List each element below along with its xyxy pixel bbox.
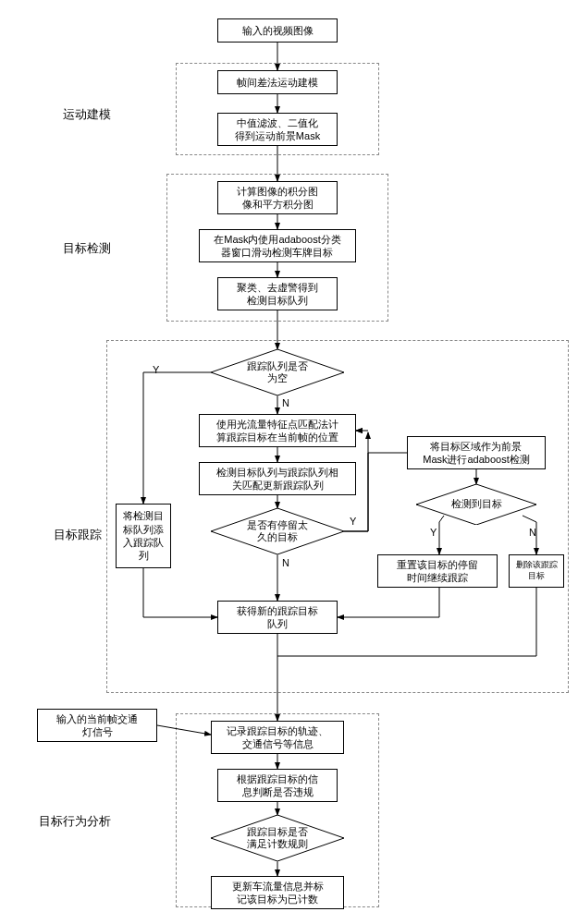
node-q-empty: 跟踪队列是否 为空 <box>211 349 344 395</box>
edge-n3: N <box>529 527 536 538</box>
node-stay-long: 是否有停留太 久的目标 <box>211 508 344 554</box>
edge-y2: Y <box>350 516 356 527</box>
flowchart-canvas: 运动建模 目标检测 目标跟踪 目标行为分析 输入的视频图像 帧间差法运动建模 中… <box>9 9 569 915</box>
node-optflow: 使用光流量特征点匹配法计 算跟踪目标在当前帧的位置 <box>199 414 356 447</box>
edge-y3: Y <box>430 527 437 538</box>
label-motion-modeling: 运动建模 <box>46 106 111 123</box>
node-cluster: 聚类、去虚警得到 检测目标队列 <box>217 277 338 310</box>
node-match-update: 检测目标队列与跟踪队列相 关匹配更新跟踪队列 <box>199 462 356 495</box>
node-detected: 检测到目标 <box>416 484 536 525</box>
node-integral: 计算图像的积分图 像和平方积分图 <box>217 181 338 214</box>
node-new-queue: 获得新的跟踪目标 队列 <box>217 601 338 634</box>
node-count-rule: 跟踪目标是否 满足计数规则 <box>211 815 344 861</box>
node-frame-diff: 帧间差法运动建模 <box>217 70 338 94</box>
node-adaboost-detect: 在Mask内使用adaboost分类 器窗口滑动检测车牌目标 <box>199 229 356 262</box>
node-median-bin: 中值滤波、二值化 得到运动前景Mask <box>217 113 338 146</box>
node-input-video: 输入的视频图像 <box>217 18 338 43</box>
node-input-signal: 输入的当前帧交通 灯信号 <box>37 709 157 742</box>
node-record: 记录跟踪目标的轨迹、 交通信号等信息 <box>211 721 344 754</box>
label-object-detection: 目标检测 <box>46 240 111 257</box>
label-object-tracking: 目标跟踪 <box>37 527 102 543</box>
node-delete-target: 删除该跟踪目标 <box>509 554 564 588</box>
edge-n2: N <box>282 557 289 568</box>
edge-y1: Y <box>153 364 159 375</box>
label-behavior-analysis: 目标行为分析 <box>28 813 111 830</box>
node-judge-violate: 根据跟踪目标的信 息判断是否违规 <box>217 769 338 802</box>
node-update-flow: 更新车流量信息并标 记该目标为已计数 <box>211 876 344 909</box>
edge-n1: N <box>282 397 289 408</box>
node-fg-adaboost: 将目标区域作为前景 Mask进行adaboost检测 <box>407 436 546 469</box>
node-reset-stay: 重置该目标的停留 时间继续跟踪 <box>377 554 498 588</box>
node-add-to-track: 将检测目 标队列添 入跟踪队 列 <box>116 504 171 568</box>
